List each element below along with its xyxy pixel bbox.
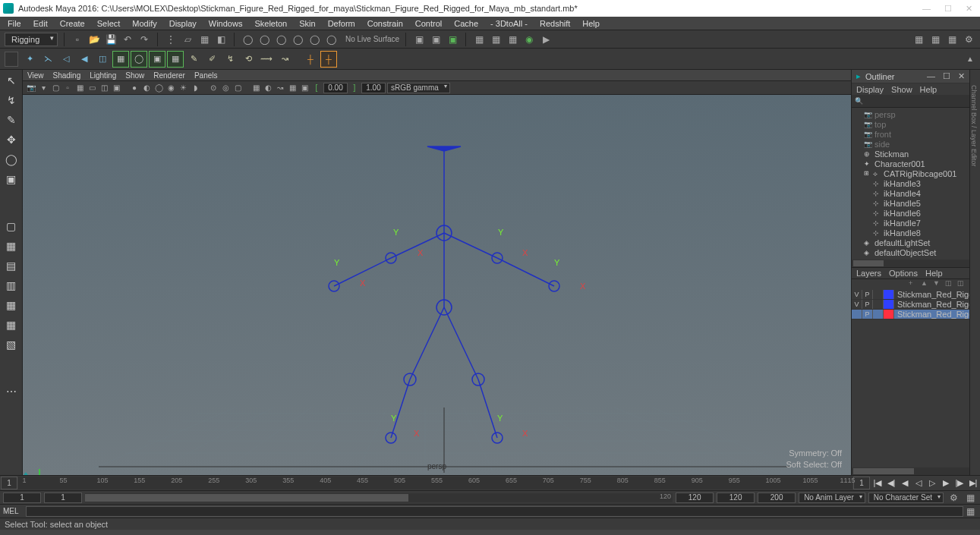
layers-menu-help[interactable]: Help <box>925 269 943 278</box>
menu-display[interactable]: Display <box>165 19 201 28</box>
autokey-icon[interactable]: ⚙ <box>947 491 960 505</box>
channel-box-strip[interactable]: Channel Box / Layer Editor <box>969 70 980 475</box>
menu-deform[interactable]: Deform <box>323 19 360 28</box>
menu-redshift[interactable]: Redshift <box>535 19 575 28</box>
prefs-icon[interactable]: ▦ <box>963 491 977 505</box>
layers-hscroll[interactable] <box>852 467 969 475</box>
vp-bookmark-icon[interactable]: ▾ <box>38 83 49 93</box>
menu-cache[interactable]: Cache <box>449 19 483 28</box>
snap-view-icon[interactable]: ◯ <box>324 33 338 46</box>
vp-exp-bracket2-icon[interactable]: ] <box>349 83 360 93</box>
outliner-menu-display[interactable]: Display <box>856 85 884 94</box>
character-set-dropdown[interactable]: No Character Set <box>868 493 944 503</box>
menu-constrain[interactable]: Constrain <box>363 19 408 28</box>
menu-edit[interactable]: Edit <box>29 19 52 28</box>
render-play-icon[interactable]: ▶ <box>539 33 553 46</box>
outliner-item[interactable]: ⊹ikHandle8 <box>852 228 969 238</box>
paint2-icon[interactable]: ✐ <box>203 51 220 68</box>
range-rend-field[interactable]: 120 <box>676 493 714 503</box>
ik-tool-icon[interactable]: ◁ <box>58 51 74 68</box>
layer-t[interactable] <box>873 290 884 299</box>
layers-menu-options[interactable]: Options <box>889 269 918 278</box>
time-track[interactable]: 1551051552052553053554054555055556056557… <box>18 477 852 489</box>
vp-tex-icon[interactable]: ▦ <box>251 83 261 93</box>
layer-add-icon[interactable]: + <box>909 279 918 288</box>
vp-img-icon[interactable]: ▢ <box>50 83 61 93</box>
outliner-max-button[interactable]: ☐ <box>943 71 950 81</box>
boxed4-icon[interactable]: ▦ <box>167 51 184 68</box>
layer-down-icon[interactable]: ▼ <box>933 279 942 288</box>
render2-icon[interactable]: ▦ <box>489 33 503 46</box>
range-fps-field[interactable]: 200 <box>758 493 796 503</box>
layout-persp-icon[interactable]: ▦ <box>4 297 19 313</box>
anim-layer-dropdown[interactable]: No Anim Layer <box>799 493 865 503</box>
layer-p[interactable]: P <box>862 310 873 319</box>
layer-color[interactable] <box>884 310 894 319</box>
expand-icon[interactable]: ⊞ <box>864 170 870 177</box>
rotate-tool[interactable]: ◯ <box>4 152 19 167</box>
vp-cam-icon[interactable]: 📷 <box>26 83 36 93</box>
vp-film-icon[interactable]: ▭ <box>87 83 97 93</box>
layout-graph-icon[interactable]: ▧ <box>4 337 19 352</box>
snap-curve-icon[interactable]: ◯ <box>257 33 271 46</box>
layer-t[interactable] <box>873 310 884 319</box>
vp-menu-panels[interactable]: Panels <box>194 71 218 80</box>
cmd-lang-label[interactable]: MEL <box>3 507 26 515</box>
new-icon[interactable]: ▫ <box>71 33 84 46</box>
outliner-item[interactable]: ⊹ikHandle3 <box>852 178 969 188</box>
outliner-item[interactable]: 📷persp <box>852 109 969 119</box>
orange1-icon[interactable]: ┼ <box>302 51 319 68</box>
play-fwd-icon[interactable]: ▷ <box>925 476 939 490</box>
time-current-end[interactable]: 1 <box>853 477 870 489</box>
paint-select-tool[interactable]: ✎ <box>4 112 19 127</box>
open-icon[interactable]: 📂 <box>87 33 101 46</box>
outliner-item[interactable]: 📷side <box>852 139 969 149</box>
step-back-key-icon[interactable]: ◀| <box>884 476 898 490</box>
vp-dof-icon[interactable]: ▣ <box>299 83 310 93</box>
outliner-item[interactable]: ✦Character001 <box>852 159 969 168</box>
menu-file[interactable]: File <box>3 19 26 28</box>
move-tool[interactable]: ✥ <box>4 132 19 147</box>
outliner-item[interactable]: ⊕Stickman <box>852 149 969 159</box>
vp-shade3-icon[interactable]: ◯ <box>153 83 164 93</box>
maximize-button[interactable]: ☐ <box>944 4 952 14</box>
layout-four-icon[interactable]: ▦ <box>4 238 19 253</box>
gamma-value1[interactable]: 0.00 <box>323 83 348 93</box>
boxed2-icon[interactable]: ◯ <box>131 51 147 68</box>
menu-help[interactable]: Help <box>578 19 604 28</box>
construction2-icon[interactable]: ▣ <box>429 33 443 46</box>
vp-menu-lighting[interactable]: Lighting <box>90 71 116 80</box>
menu-dtoall[interactable]: - 3DtoAll - <box>486 19 532 28</box>
outliner-item[interactable]: ◈defaultLightSet <box>852 238 969 247</box>
panel1-icon[interactable]: ▦ <box>912 33 925 46</box>
snap-plane-icon[interactable]: ◯ <box>291 33 304 46</box>
scale-tool[interactable]: ▣ <box>4 172 19 187</box>
layout-more-icon[interactable]: ⋯ <box>4 384 19 399</box>
vp-menu-renderer[interactable]: Renderer <box>153 71 185 80</box>
step-back-icon[interactable]: ◀ <box>898 476 912 490</box>
vp-aa-icon[interactable]: ▦ <box>287 83 298 93</box>
outliner-item[interactable]: ⊹ikHandle5 <box>852 198 969 208</box>
lattice-icon[interactable]: ◫ <box>94 51 111 68</box>
goto-start-icon[interactable]: |◀ <box>871 476 884 490</box>
vp-shade2-icon[interactable]: ◐ <box>141 83 152 93</box>
layout-side-icon[interactable]: ▤ <box>4 258 19 273</box>
paint3-icon[interactable]: ↯ <box>222 51 238 68</box>
snap-point-icon[interactable]: ◯ <box>274 33 288 46</box>
render4-icon[interactable]: ◉ <box>522 33 536 46</box>
paint6-icon[interactable]: ↝ <box>276 51 293 68</box>
outliner-search[interactable]: 🔍 <box>852 96 969 108</box>
layer-p[interactable]: P <box>862 290 873 299</box>
layers-menu-layers[interactable]: Layers <box>856 269 881 278</box>
gamma-dropdown[interactable]: sRGB gamma <box>387 83 450 93</box>
panel2-icon[interactable]: ▦ <box>928 33 942 46</box>
menu-skeleton[interactable]: Skeleton <box>250 19 291 28</box>
range-rstart-field[interactable]: 1 <box>44 493 82 503</box>
vp-shadow-icon[interactable]: ◗ <box>190 83 200 93</box>
layout-single-icon[interactable]: ▢ <box>4 219 19 234</box>
outliner-item[interactable]: ⊹ikHandle7 <box>852 218 969 228</box>
shelf-tab[interactable] <box>5 52 18 67</box>
outliner-item[interactable]: ⊹ikHandle4 <box>852 188 969 198</box>
paint1-icon[interactable]: ✎ <box>185 51 202 68</box>
layer-t[interactable] <box>873 300 884 309</box>
